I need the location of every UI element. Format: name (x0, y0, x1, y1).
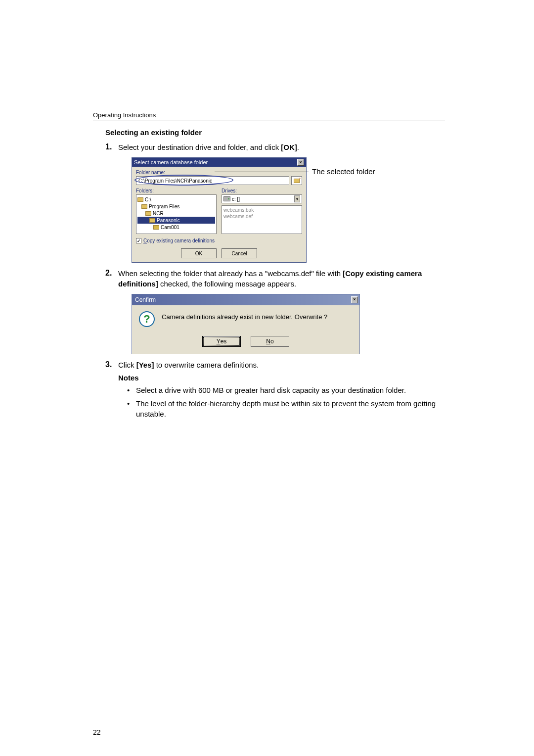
folder-open-icon (137, 197, 143, 202)
step-3: 3. Click [Yes] to overwrite camera defin… (105, 360, 445, 420)
step3-yes-ref: [Yes] (136, 361, 154, 369)
close-icon[interactable]: × (351, 296, 358, 303)
page-number: 22 (93, 728, 101, 736)
new-folder-button[interactable]: * (291, 176, 302, 185)
section-subheading: Selecting an existing folder (105, 128, 445, 137)
step2-text-pre: When selecting the folder that already h… (118, 269, 343, 278)
tree-program-files[interactable]: Program Files (137, 203, 215, 210)
header-rule (93, 121, 445, 121)
close-icon[interactable]: × (297, 159, 304, 166)
dialog-titlebar: Select camera database folder × (132, 158, 306, 167)
tree-root[interactable]: C:\ (137, 196, 215, 203)
new-folder-icon: * (294, 179, 300, 183)
callout-leader-line (215, 172, 309, 172)
copy-definitions-checkbox[interactable]: ✓ (136, 238, 141, 243)
folder-select-dialog-figure: Select camera database folder × Folder n… (132, 157, 374, 263)
step-number-1: 1. (105, 142, 112, 151)
copy-definitions-row: ✓ Copy existing camera definitions (136, 238, 302, 243)
file-item: webcams.def (223, 213, 300, 220)
question-icon: ? (139, 311, 155, 327)
step-1: 1. Select your destination drive and fol… (105, 142, 445, 263)
no-button[interactable]: No (251, 336, 289, 347)
step1-text-pre: Select your destination drive and folder… (118, 143, 281, 151)
cancel-button[interactable]: Cancel (222, 248, 257, 258)
note-item: Select a drive with 600 MB or greater ha… (127, 385, 445, 395)
folder-name-input[interactable]: C:\Program Files\NCR\Panasonic (136, 176, 289, 185)
folder-open-icon (145, 211, 151, 216)
running-header: Operating Instructions (93, 111, 445, 119)
step-number-2: 2. (105, 269, 112, 278)
tree-ncr[interactable]: NCR (137, 210, 215, 217)
step2-text-post: checked, the following message appears. (158, 280, 296, 288)
step-2: 2. When selecting the folder that alread… (105, 269, 445, 354)
confirm-dialog: Confirm × ? Camera definitions already e… (132, 294, 360, 354)
confirm-dialog-figure: Confirm × ? Camera definitions already e… (132, 294, 445, 354)
drive-icon (223, 196, 230, 201)
folder-open-icon (141, 204, 147, 209)
confirm-message: Camera definitions already exist in new … (162, 311, 327, 321)
drive-selected-value: c: [] (232, 196, 240, 202)
drives-dropdown[interactable]: c: [] ▼ (222, 194, 302, 203)
file-item: webcams.bak (223, 207, 300, 213)
folders-tree[interactable]: C:\ Program Files NCR Panasonic Cam001 (136, 194, 217, 234)
drives-label: Drives: (222, 188, 302, 193)
note-item: The level of the folder-hierarchy depth … (127, 398, 445, 419)
callout-text: The selected folder (312, 167, 375, 176)
step3-text-pre: Click (118, 361, 136, 369)
step-number-3: 3. (105, 360, 112, 369)
folders-label: Folders: (136, 188, 217, 193)
copy-definitions-label: Copy existing camera definitions (143, 238, 215, 243)
confirm-titlebar: Confirm × (132, 294, 359, 305)
tree-panasonic-selected[interactable]: Panasonic (137, 217, 215, 224)
step1-ok-ref: [OK] (281, 143, 297, 151)
folder-select-dialog: Select camera database folder × Folder n… (132, 157, 307, 263)
confirm-title: Confirm (135, 296, 156, 303)
step3-text-post: to overwrite camera definitions. (154, 361, 259, 369)
notes-heading: Notes (118, 373, 445, 383)
folder-files-list: webcams.bak webcams.def (222, 205, 302, 234)
tree-cam001[interactable]: Cam001 (137, 224, 215, 231)
chevron-down-icon: ▼ (294, 195, 300, 202)
dialog-title: Select camera database folder (134, 159, 297, 165)
folder-open-icon (149, 218, 155, 223)
folder-name-label: Folder name: (136, 170, 302, 175)
yes-button[interactable]: Yes (202, 336, 241, 347)
folder-closed-icon (153, 225, 159, 230)
step1-text-post: . (297, 143, 299, 151)
ok-button[interactable]: OK (181, 248, 217, 258)
